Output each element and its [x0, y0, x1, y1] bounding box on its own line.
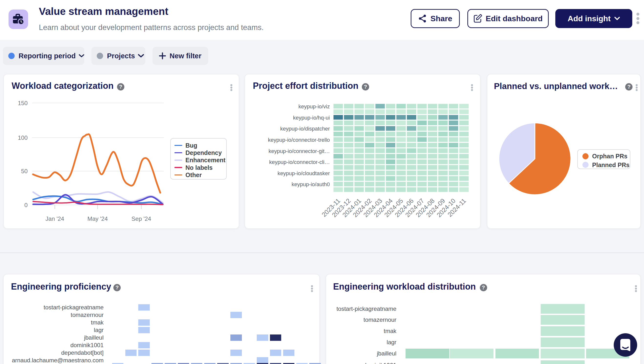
svg-text:50: 50: [21, 168, 28, 174]
svg-text:Sep '24: Sep '24: [131, 216, 151, 222]
svg-text:May '24: May '24: [87, 216, 107, 222]
svg-text:keypup-io/connector-git…: keypup-io/connector-git…: [269, 148, 330, 154]
svg-text:keypup-io/viz: keypup-io/viz: [299, 104, 330, 110]
svg-text:0: 0: [24, 202, 27, 208]
svg-text:keypup-io/connector-trello: keypup-io/connector-trello: [268, 137, 330, 143]
svg-text:keypup-io/dispatcher: keypup-io/dispatcher: [280, 126, 330, 132]
svg-text:Jan '24: Jan '24: [46, 216, 64, 222]
svg-text:100: 100: [18, 134, 28, 141]
svg-text:keypup-io/cloudtasker: keypup-io/cloudtasker: [278, 170, 330, 176]
svg-text:keypup-io/connector-cli…: keypup-io/connector-cli…: [269, 159, 330, 165]
svg-text:150: 150: [18, 100, 28, 106]
svg-text:keypup-io/hq-ui: keypup-io/hq-ui: [293, 115, 330, 121]
svg-text:keypup-io/auth0: keypup-io/auth0: [291, 181, 330, 187]
